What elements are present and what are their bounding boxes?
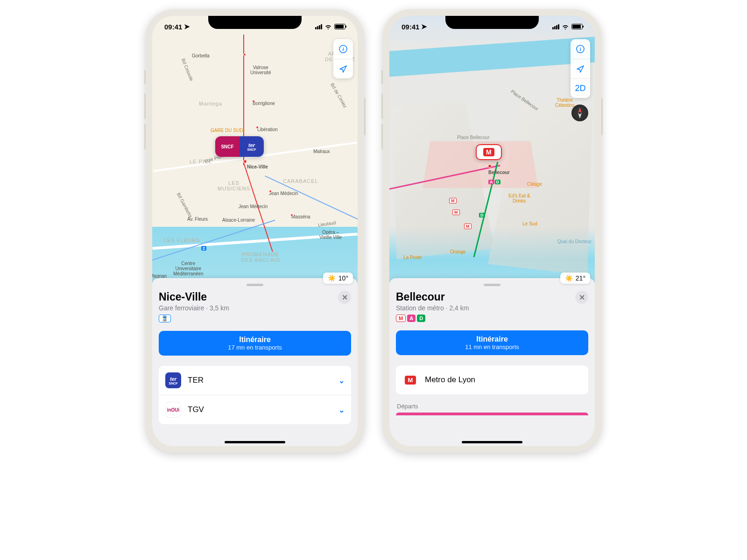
volume-up[interactable]: [144, 93, 146, 119]
operator-name: TGV: [188, 405, 332, 414]
close-button[interactable]: ✕: [575, 291, 588, 304]
ter-logo-icon: terSNCF: [165, 372, 181, 388]
card-grabber[interactable]: [247, 284, 263, 286]
svg-marker-4: [578, 107, 582, 113]
map-label: Borriglione: [253, 101, 275, 106]
chevron-down-icon: ⌄: [338, 376, 345, 385]
metro-badge: M: [396, 315, 406, 322]
map-label: Mantega: [199, 101, 222, 106]
station-pin[interactable]: SNCF terSNCF: [215, 136, 264, 157]
place-title: Nice-Ville: [159, 291, 229, 303]
pin-dot: [243, 160, 247, 163]
map-label: Jean Médecin: [269, 191, 298, 196]
departures-list-peek[interactable]: [396, 413, 588, 415]
volume-down[interactable]: [381, 124, 383, 149]
phone-right: 09:41 ➤ Quai Place Bellecour Pla: [383, 9, 601, 453]
sncf-logo: SNCF: [215, 136, 240, 157]
map-canvas-3d[interactable]: Quai Place Bellecour Place Bellecour Bel…: [389, 16, 595, 287]
weather-badge[interactable]: ☀️ 21°: [560, 273, 590, 284]
operator-row-ter[interactable]: terSNCF TER ⌄: [159, 366, 351, 395]
power-button[interactable]: [601, 98, 603, 135]
building-block: [488, 103, 592, 275]
directions-button[interactable]: Itinéraire 11 mn en transports: [396, 330, 588, 355]
map-controls: i 2D: [571, 39, 590, 98]
cellular-icon: [315, 24, 322, 29]
home-indicator[interactable]: [225, 441, 285, 443]
svg-text:i: i: [342, 46, 344, 52]
map-canvas[interactable]: Gorbella Valrose Université ARÈNES DE CI…: [152, 16, 358, 287]
map-label: Lieutaud: [317, 220, 336, 227]
line-d-badge: D: [479, 213, 485, 217]
compass-icon[interactable]: [571, 105, 588, 121]
volume-down[interactable]: [144, 124, 146, 149]
place-card[interactable]: Nice-Ville Gare ferroviaire · 3,5 km 🚆 ✕…: [152, 278, 358, 446]
map-label: Alsace-Lorraine: [222, 217, 255, 223]
close-button[interactable]: ✕: [338, 291, 351, 304]
map-label: Le Sud: [522, 221, 537, 226]
place-card[interactable]: Bellecour Station de métro · 2,4 km M A …: [389, 278, 595, 446]
operator-name: TER: [188, 376, 332, 385]
locate-button[interactable]: [333, 59, 353, 78]
river: [389, 36, 595, 77]
station-label: Nice-Ville: [247, 164, 268, 169]
home-indicator[interactable]: [462, 441, 522, 443]
silent-switch[interactable]: [381, 70, 383, 84]
map-label: Bd Cessole: [181, 58, 194, 82]
place-subtitle: Station de métro · 2,4 km: [396, 304, 469, 312]
line-badges-map: AD: [488, 177, 501, 185]
map-label: Place Bellecour: [457, 135, 489, 140]
notch: [445, 16, 539, 29]
map-label: PROMENADE DES ANGLAIS: [241, 252, 280, 263]
line-a-badge: A: [407, 315, 416, 322]
card-grabber[interactable]: [484, 284, 500, 286]
map-label: Libération: [257, 127, 278, 132]
svg-marker-5: [578, 113, 582, 119]
metro-icon: M: [483, 148, 494, 156]
map-label: Orange: [450, 249, 465, 254]
2d-button[interactable]: 2D: [571, 78, 590, 98]
map-label: Bd de Cimiez: [330, 82, 348, 109]
map-label: CARABACEL: [283, 178, 318, 184]
map-label: Quai du Docteur.: [557, 239, 592, 244]
info-button[interactable]: i: [571, 39, 590, 59]
weather-badge[interactable]: ☀️ 10°: [323, 273, 353, 284]
weather-temp: 21°: [576, 274, 585, 282]
map-label: LES MUSICIENS: [218, 180, 250, 191]
station-label: Bellecour: [488, 170, 510, 175]
silent-switch[interactable]: [144, 70, 146, 84]
map-label: Cléage: [527, 182, 542, 187]
operator-row-tgv[interactable]: inOUi TGV ⌄: [159, 395, 351, 424]
line-d-badge: D: [417, 315, 425, 322]
directions-button[interactable]: Itinéraire 17 mn en transports: [159, 331, 351, 356]
chevron-down-icon: ⌄: [338, 406, 345, 414]
map-label: Bd Gambetta: [176, 192, 193, 218]
notch: [208, 16, 302, 29]
line-badges: 🚆: [159, 315, 229, 322]
operator-row-metro[interactable]: M Metro de Lyon: [396, 365, 588, 394]
wifi-icon: [562, 24, 569, 29]
map-label: Av. Fleurs: [187, 217, 208, 222]
info-button[interactable]: i: [333, 39, 353, 59]
locate-button[interactable]: [571, 59, 590, 78]
departures-label: Départs: [397, 403, 588, 410]
map-label: Valrose Université: [250, 65, 271, 75]
place-title: Bellecour: [396, 291, 469, 303]
location-icon: ➤: [184, 22, 190, 31]
metro-logo-icon: M: [402, 372, 418, 388]
ter-logo: terSNCF: [240, 136, 264, 157]
power-button[interactable]: [364, 98, 366, 135]
place-subtitle: Gare ferroviaire · 3,5 km: [159, 304, 229, 312]
sun-icon: ☀️: [565, 274, 573, 282]
map-label: Masséna: [291, 214, 310, 219]
line-badges: M A D: [396, 315, 469, 322]
map-label: LES FLEURS: [164, 238, 200, 243]
map-label: Ed's Eat & Drinks: [508, 193, 530, 203]
operators-list: M Metro de Lyon: [396, 365, 588, 394]
volume-up[interactable]: [381, 93, 383, 119]
map-label: GARE DU SUD: [211, 128, 243, 133]
weather-temp: 10°: [338, 274, 348, 282]
station-pin[interactable]: M: [476, 144, 502, 160]
pin-dot: [488, 164, 492, 168]
battery-icon: [334, 24, 345, 29]
directions-subtitle: 11 mn en transports: [401, 343, 584, 350]
